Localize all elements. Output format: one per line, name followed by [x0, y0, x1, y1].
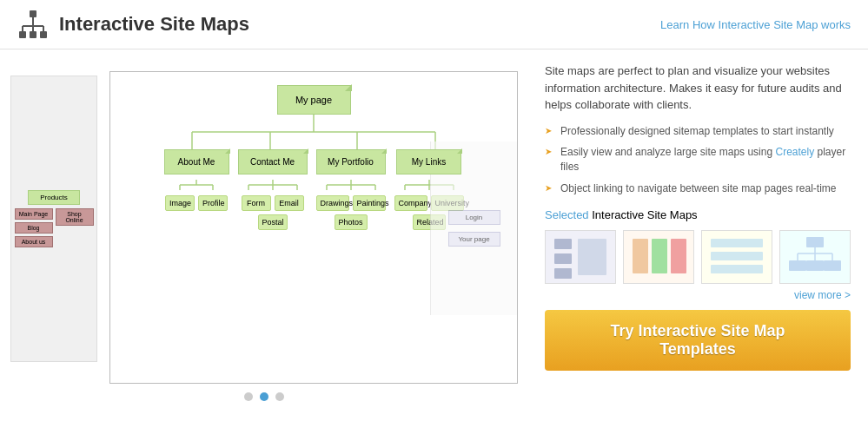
leaf-connector-about [164, 180, 229, 190]
thumb-2[interactable] [623, 230, 694, 284]
svg-rect-38 [633, 239, 648, 273]
main-content: Products Main Page Blog About us Shop On… [0, 49, 868, 440]
leaf-profile: Profile [198, 195, 228, 211]
thumb-1-icon [550, 234, 611, 280]
thumb-blog: Blog [15, 222, 53, 234]
thumb-shoponline: Shop Online [56, 208, 94, 226]
leaf-connector-portfolio [316, 180, 386, 190]
svg-rect-40 [671, 239, 686, 273]
dot-2[interactable] [260, 392, 268, 401]
child-contact-me: Contact Me Form [238, 149, 308, 230]
root-label: My page [294, 95, 335, 105]
thumbnail-row [545, 230, 851, 284]
svg-rect-1 [19, 31, 26, 38]
svg-rect-34 [554, 239, 572, 249]
root-node: My page [277, 85, 351, 115]
carousel-dots [244, 392, 284, 401]
thumb-1[interactable] [545, 230, 616, 284]
svg-rect-51 [806, 260, 824, 271]
root-node-wrapper: My page [277, 85, 351, 115]
child-about-me: About Me Image Profile [164, 149, 229, 211]
child-label-contact-me: Contact Me [244, 157, 301, 167]
svg-rect-2 [30, 31, 36, 38]
view-more-link[interactable]: view more > [545, 289, 851, 301]
page-title: Interactive Site Maps [59, 13, 249, 36]
leaves-about: Image Profile [165, 195, 228, 211]
leaf-email: Email [275, 195, 304, 211]
thumb-4[interactable] [779, 230, 851, 284]
learn-link[interactable]: Learn How Interactive Site Map works [660, 18, 851, 31]
thumb-strip: Products Main Page Blog About us Shop On… [10, 76, 97, 362]
right-panel: Site maps are perfect to plan and visual… [527, 49, 868, 440]
leaf-postal: Postal [258, 214, 288, 230]
thumb-products: Products [28, 190, 80, 205]
svg-rect-44 [806, 237, 824, 247]
carousel-area: Products Main Page Blog About us Shop On… [0, 49, 527, 440]
svg-rect-41 [711, 239, 763, 247]
features-list: Professionally designed sitemap template… [545, 124, 851, 196]
selected-label: Selected [545, 208, 589, 221]
dot-1[interactable] [244, 392, 253, 401]
leaves-contact: Form Email Postal [242, 195, 304, 230]
child-label-links: My Links [402, 157, 455, 167]
svg-rect-39 [652, 239, 667, 273]
feature-1-text: Professionally designed sitemap template… [560, 125, 834, 137]
svg-rect-50 [789, 260, 806, 271]
diagram-frame: Login Your page My page [109, 71, 518, 384]
dot-3[interactable] [275, 392, 284, 401]
selected-section-title: Selected Interactive Site Maps [545, 208, 851, 221]
svg-rect-43 [711, 265, 763, 273]
children-row: About Me Image Profile [164, 149, 464, 230]
header-left: Interactive Site Maps [17, 9, 249, 40]
leaves-portfolio: Drawings Paintings Photos [316, 195, 386, 230]
thumb-2-icon [628, 234, 689, 280]
leaf-company: Company [394, 195, 427, 211]
feature-2: Easily view and analyze large site maps … [545, 145, 851, 174]
child-portfolio: My Portfolio Drawings [316, 149, 386, 230]
leaf-image: Image [165, 195, 195, 211]
thumb-3-icon [706, 234, 767, 280]
svg-rect-36 [554, 268, 572, 279]
ghost-login: Login [448, 210, 500, 225]
thumb-about: About us [15, 236, 53, 247]
leaf-drawings: Drawings [316, 195, 349, 211]
selected-title-text: Interactive Site Maps [592, 208, 697, 221]
child-label-about-me: About Me [170, 157, 223, 167]
thumb-4-icon [785, 234, 845, 280]
leaf-photos: Photos [335, 214, 368, 230]
description-text: Site maps are perfect to plan and visual… [545, 63, 851, 114]
svg-rect-35 [554, 253, 572, 264]
feature-3: Object linking to navigate between site … [545, 181, 851, 196]
svg-rect-3 [40, 31, 47, 38]
app-logo-icon [17, 9, 49, 40]
creately-link[interactable]: Creately [775, 146, 814, 158]
thumb-3[interactable] [701, 230, 772, 284]
leaf-connector-contact [238, 180, 308, 190]
svg-rect-0 [30, 10, 36, 17]
feature-1: Professionally designed sitemap template… [545, 124, 851, 139]
header: Interactive Site Maps Learn How Interact… [0, 0, 868, 49]
child-label-portfolio: My Portfolio [322, 157, 380, 167]
cta-button[interactable]: Try Interactive Site Map Templates [545, 310, 851, 371]
leaf-form: Form [242, 195, 271, 211]
feature-3-text: Object linking to navigate between site … [560, 182, 837, 194]
svg-rect-42 [711, 252, 763, 260]
thumb-mainpage: Main Page [15, 208, 53, 220]
leaf-paintings: Paintings [353, 195, 386, 211]
svg-rect-37 [578, 239, 606, 275]
svg-rect-52 [824, 260, 841, 271]
ghost-yourpage: Your page [448, 232, 500, 247]
